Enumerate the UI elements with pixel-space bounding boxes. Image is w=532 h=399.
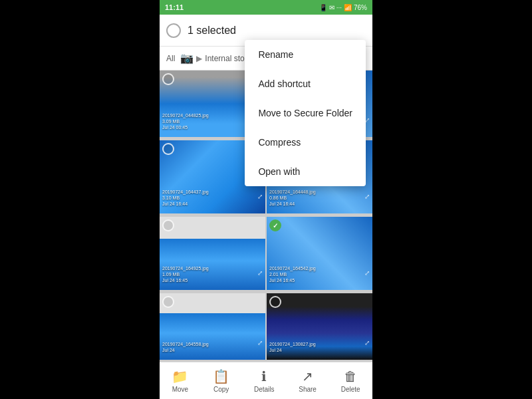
grid-item-5[interactable]: ⤢ 20190724_164925.jpg1.09 MBJul 24 16:45 [160, 217, 265, 290]
move-icon: 📁 [172, 368, 188, 384]
select-checkbox-1[interactable] [162, 73, 174, 85]
filename-6: 20190724_164542.jpg2.01 MBJul 24 16:45 [269, 265, 316, 283]
expand-icon-7[interactable]: ⤢ [257, 339, 263, 346]
menu-item-rename[interactable]: Rename [245, 40, 366, 69]
bottom-copy[interactable]: 📋 Copy [213, 368, 229, 393]
signal-icon: 📶 [344, 4, 352, 11]
filename-3: 20190724_164437.jpg3.10 MBJul 24 16:44 [162, 189, 209, 207]
grid-item-7[interactable]: ⤢ 20190724_164558.jpgJul 24 [160, 293, 265, 360]
status-bar: 11:11 📱 ✉ ··· 📶 76% [160, 0, 372, 15]
expand-icon-5[interactable]: ⤢ [257, 269, 263, 277]
move-label: Move [172, 386, 188, 393]
phone-icon: 📱 [319, 4, 327, 11]
more-icon: ··· [336, 4, 342, 11]
select-checkbox-6[interactable] [269, 219, 281, 231]
phone-frame: 11:11 📱 ✉ ··· 📶 76% 1 selected All 📷 ▶ I… [160, 0, 372, 399]
status-icons: 📱 ✉ ··· 📶 76% [319, 4, 367, 11]
delete-label: Delete [341, 386, 360, 393]
bottom-share[interactable]: ↗ Share [299, 368, 317, 393]
grid-item-6[interactable]: ⤢ 20190724_164542.jpg2.01 MBJul 24 16:45 [267, 217, 372, 290]
filename-4: 20190724_164448.jpg0.86 MBJul 24 16:44 [269, 189, 316, 207]
select-all-checkbox[interactable] [166, 23, 181, 38]
bottom-delete[interactable]: 🗑 Delete [341, 369, 360, 393]
menu-item-open-with[interactable]: Open with [245, 157, 366, 186]
select-checkbox-7[interactable] [162, 296, 174, 308]
menu-item-add-shortcut[interactable]: Add shortcut [245, 69, 366, 98]
expand-icon-3[interactable]: ⤢ [257, 193, 263, 200]
selected-label: 1 selected [188, 25, 236, 37]
expand-icon-8[interactable]: ⤢ [364, 339, 370, 346]
path-arrow-1: ▶ [196, 54, 202, 63]
filename-8: 20190724_130827.jpgJul 24 [269, 341, 316, 353]
battery-text: 76% [354, 4, 367, 11]
context-menu: Rename Add shortcut Move to Secure Folde… [245, 40, 366, 186]
info-icon: ℹ [261, 368, 267, 384]
select-checkbox-5[interactable] [162, 219, 174, 231]
bottom-bar: 📁 Move 📋 Copy ℹ Details ↗ Share 🗑 Delete [160, 362, 372, 399]
status-time: 11:11 [165, 3, 184, 11]
select-checkbox-8[interactable] [269, 296, 281, 308]
details-label: Details [254, 386, 275, 393]
share-icon: ↗ [302, 368, 313, 384]
expand-icon-6[interactable]: ⤢ [364, 269, 370, 277]
filename-1: 20190724_044825.jpg3.09 MBJul 24 00:45 [162, 112, 209, 130]
share-label: Share [299, 386, 317, 393]
expand-icon-4[interactable]: ⤢ [364, 193, 370, 200]
delete-icon: 🗑 [344, 369, 357, 384]
select-checkbox-3[interactable] [162, 143, 174, 155]
filename-7: 20190724_164558.jpgJul 24 [162, 341, 209, 353]
menu-item-compress[interactable]: Compress [245, 128, 366, 157]
folder-icon: 📷 [180, 52, 194, 65]
menu-item-move-secure[interactable]: Move to Secure Folder [245, 98, 366, 128]
message-icon: ✉ [329, 4, 334, 11]
bottom-details[interactable]: ℹ Details [254, 368, 275, 393]
copy-icon: 📋 [213, 368, 229, 384]
bottom-move[interactable]: 📁 Move [172, 368, 188, 393]
grid-item-8[interactable]: ⤢ 20190724_130827.jpgJul 24 [267, 293, 372, 360]
all-label: All [166, 54, 175, 63]
copy-label: Copy [213, 386, 229, 393]
filename-5: 20190724_164925.jpg1.09 MBJul 24 16:45 [162, 265, 209, 283]
